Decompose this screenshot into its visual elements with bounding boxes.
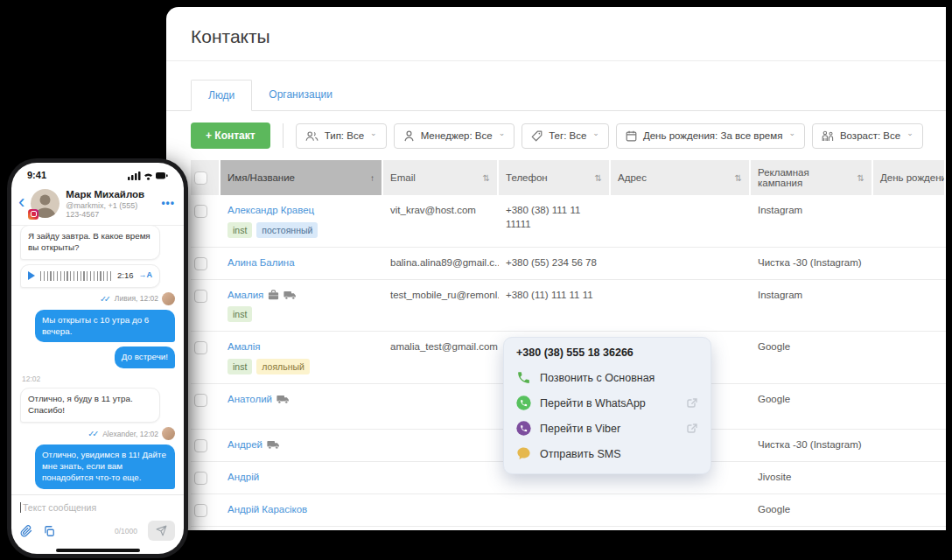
popup-action-sms[interactable]: Отправить SMS <box>516 441 698 466</box>
column-header-address[interactable]: Адрес ⇅ <box>611 160 751 195</box>
text-caret <box>20 502 21 513</box>
column-header-birthday[interactable]: День рождения <box>873 160 946 195</box>
filter-label: День рождения: За все время <box>643 130 782 141</box>
tab-organizations[interactable]: Организации <box>252 80 349 110</box>
sort-icon[interactable]: ⇅ <box>592 173 602 183</box>
row-checkbox[interactable] <box>194 439 207 452</box>
message-incoming: Отлично, я буду в 11 утра. Спасибо! <box>20 388 160 423</box>
filter-label: Тип: Все <box>325 130 364 141</box>
sort-icon[interactable]: ⇅ <box>854 173 864 183</box>
cell-name: Амаліяinstлояльный <box>220 332 383 383</box>
filter-type[interactable]: Тип: Все⌄ <box>296 123 387 149</box>
popup-action-viber[interactable]: Перейти в Viber <box>516 416 698 441</box>
popup-action-whatsapp[interactable]: Перейти в WhatsApp <box>516 390 698 416</box>
filter-age[interactable]: Возраст: Все⌄ <box>812 123 923 149</box>
column-header-email[interactable]: Email ⇅ <box>383 160 499 195</box>
sort-icon[interactable]: ⇅ <box>480 173 490 183</box>
contact-name-link[interactable]: Андрій Карасіков <box>228 503 307 517</box>
contact-tag: inst <box>228 306 252 322</box>
cell-phone[interactable]: +380 (55) 234 56 78 <box>499 248 611 279</box>
attach-icon[interactable] <box>20 525 32 537</box>
table-row: Андрій КарасіковGoogle <box>191 494 946 527</box>
popup-action-label: Позвонить с Основная <box>540 372 654 384</box>
sort-asc-icon[interactable]: ↑ <box>367 173 374 183</box>
cell-email <box>383 462 499 494</box>
tab-people[interactable]: Люди <box>191 80 252 111</box>
read-receipt: ✓✓Ливия, 12:02 <box>100 292 175 305</box>
row-checkbox[interactable] <box>194 205 207 218</box>
contact-name-link[interactable]: Александр Кравец <box>228 204 314 218</box>
chat-header: ‹ Марк Михайлов @markmix, +1 (555) 123-4… <box>11 182 184 226</box>
cell-phone[interactable] <box>499 494 611 526</box>
cell-email <box>383 494 499 526</box>
contact-name-link[interactable]: Андрій <box>228 471 259 485</box>
crm-contacts-panel: Контакты Люди Организации + Контакт Тип:… <box>166 7 946 530</box>
tag-list: instлояльный <box>228 359 376 374</box>
cell-address <box>611 527 751 530</box>
contact-name-link[interactable]: Анатолий <box>228 393 272 407</box>
table-row: Александр Кравецinstпостоянныйvit_krav@h… <box>191 195 946 248</box>
templates-icon[interactable] <box>43 525 55 537</box>
battery-icon <box>156 172 165 179</box>
cell-birthday <box>873 384 946 429</box>
status-time: 9:41 <box>27 170 46 180</box>
cell-birthday <box>873 527 946 530</box>
chevron-down-icon: ⌄ <box>499 129 506 137</box>
messages-area[interactable]: с портом зарядки или аккумулятором. Мы м… <box>11 226 184 494</box>
column-header-name[interactable]: Имя/Название ↑ <box>220 160 383 195</box>
row-checkbox[interactable] <box>194 394 207 407</box>
phone-icon <box>516 370 531 385</box>
cell-phone[interactable]: +380 (11) 111 11 11 <box>499 280 611 332</box>
truck-icon <box>267 440 280 450</box>
contact-name-link[interactable]: Амалия <box>228 289 263 303</box>
phone-actions-popup: +380 (38) 555 18 36266 Позвонить с Основ… <box>503 337 711 474</box>
cell-campaign: Google <box>751 384 873 429</box>
double-check-icon: ✓✓ <box>100 294 108 304</box>
more-options-icon[interactable]: ••• <box>161 197 175 209</box>
cell-phone[interactable]: +380 (38) 111 11 11111 <box>499 195 611 247</box>
row-checkbox-cell <box>191 195 220 247</box>
cell-email <box>383 527 499 530</box>
filter-manager[interactable]: Менеджер: Все⌄ <box>394 123 515 149</box>
play-icon[interactable] <box>28 271 35 280</box>
contact-name-link[interactable]: Алина Балина <box>228 256 295 270</box>
row-checkbox[interactable] <box>194 341 207 354</box>
home-indicator[interactable] <box>56 549 140 552</box>
add-contact-button[interactable]: + Контакт <box>191 122 270 149</box>
cell-birthday <box>873 280 946 332</box>
external-link-icon[interactable] <box>686 397 698 410</box>
contact-name-link[interactable]: Андрей <box>228 438 262 452</box>
back-icon[interactable]: ‹ <box>18 192 24 212</box>
popup-action-call[interactable]: Позвонить с Основная <box>516 365 698 390</box>
column-header-campaign[interactable]: Рекламная кампания ⇅ <box>751 160 873 195</box>
sort-icon[interactable]: ⇅ <box>732 173 742 183</box>
row-checkbox[interactable] <box>194 504 207 517</box>
external-link-icon[interactable] <box>686 423 698 435</box>
read-receipt: ✓✓Alexander, 12:02 <box>88 427 175 440</box>
toolbar-divider <box>283 123 284 148</box>
table-row: Алина Балинаbalina.alina89@gmail.c...+38… <box>191 248 946 280</box>
cell-name: Андрій Туранцевконфликтный <box>220 527 383 530</box>
row-checkbox-cell <box>191 430 220 461</box>
cell-name: Алина Балина <box>220 248 383 279</box>
translate-icon[interactable]: →A <box>139 270 153 281</box>
send-button[interactable] <box>148 521 175 541</box>
briefcase-icon <box>268 290 279 300</box>
filter-birthday[interactable]: День рождения: За все время⌄ <box>616 123 805 149</box>
message-composer: Текст сообщения 0/1000 <box>11 494 184 554</box>
contact-name-link[interactable]: Амалія <box>228 340 260 354</box>
tag-list: instпостоянный <box>228 222 376 238</box>
row-checkbox[interactable] <box>194 472 207 485</box>
cell-phone[interactable]: +380 (01) 010 10 1 <box>499 527 611 530</box>
filter-tag[interactable]: Тег: Все⌄ <box>522 123 609 149</box>
column-header-phone[interactable]: Телефон ⇅ <box>499 160 611 195</box>
message-input[interactable]: Текст сообщения <box>20 502 175 513</box>
chat-timestamp: 12:02 <box>22 374 40 383</box>
row-checkbox[interactable] <box>194 257 207 270</box>
truck-icon <box>284 290 297 300</box>
select-all-checkbox[interactable] <box>194 172 207 185</box>
contact-avatar[interactable] <box>31 189 60 218</box>
row-checkbox[interactable] <box>194 290 207 303</box>
cell-campaign: Instagram <box>751 280 873 332</box>
voice-waveform[interactable] <box>40 271 112 281</box>
